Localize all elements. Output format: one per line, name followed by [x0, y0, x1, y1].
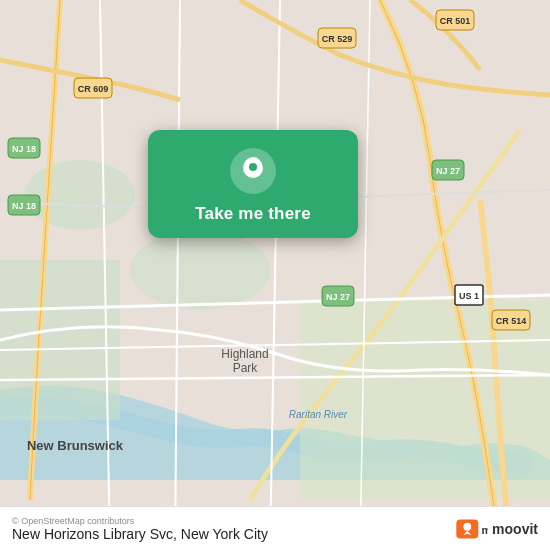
bottom-bar: © OpenStreetMap contributors New Horizon…	[0, 506, 550, 550]
svg-point-2	[25, 160, 135, 230]
svg-text:Park: Park	[233, 361, 259, 375]
svg-text:NJ 27: NJ 27	[326, 292, 350, 302]
svg-text:CR 514: CR 514	[496, 316, 527, 326]
moovit-icon: m	[456, 518, 488, 540]
svg-text:US 1: US 1	[459, 291, 479, 301]
location-title: New Horizons Library Svc, New York City	[12, 526, 268, 542]
svg-text:Raritan River: Raritan River	[289, 409, 348, 420]
take-me-there-button[interactable]: Take me there	[195, 204, 311, 224]
location-pin-icon	[230, 148, 276, 194]
svg-rect-0	[0, 260, 120, 420]
svg-text:NJ 18: NJ 18	[12, 144, 36, 154]
bottom-left: © OpenStreetMap contributors New Horizon…	[12, 516, 268, 542]
svg-text:m: m	[482, 523, 489, 535]
svg-text:NJ 18: NJ 18	[12, 201, 36, 211]
svg-text:CR 501: CR 501	[440, 16, 471, 26]
map-svg: CR 501 CR 529 CR 609 NJ 18 NJ 18 NJ 27 N…	[0, 0, 550, 550]
svg-point-35	[249, 163, 257, 171]
svg-text:NJ 27: NJ 27	[436, 166, 460, 176]
svg-text:CR 529: CR 529	[322, 34, 353, 44]
svg-text:New Brunswick: New Brunswick	[27, 438, 124, 453]
copyright-text: © OpenStreetMap contributors	[12, 516, 268, 526]
svg-point-37	[463, 522, 471, 530]
map-container: CR 501 CR 529 CR 609 NJ 18 NJ 18 NJ 27 N…	[0, 0, 550, 550]
navigation-card[interactable]: Take me there	[148, 130, 358, 238]
svg-text:CR 609: CR 609	[78, 84, 109, 94]
svg-text:Highland: Highland	[221, 347, 268, 361]
moovit-logo: m moovit	[456, 518, 538, 540]
moovit-text: moovit	[492, 521, 538, 537]
svg-point-3	[130, 230, 270, 310]
